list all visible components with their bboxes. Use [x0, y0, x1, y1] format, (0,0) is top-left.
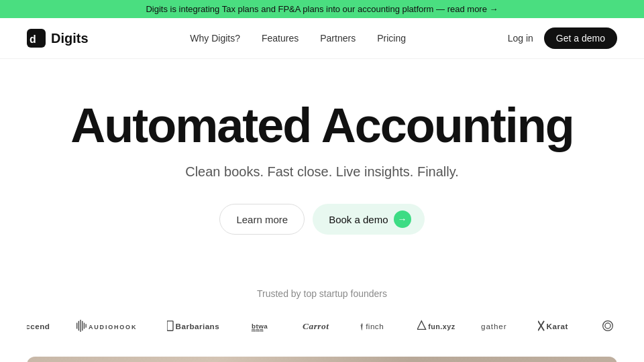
banner-text: Digits is integrating Tax plans and FP&A…	[146, 4, 498, 14]
navbar: d Digits Why Digits? Features Partners P…	[0, 18, 644, 59]
logo-btwa: btwa mmm	[239, 312, 291, 339]
book-demo-button[interactable]: Book a demo →	[313, 204, 424, 235]
digits-logo-icon: d	[27, 29, 46, 48]
svg-rect-11	[85, 324, 86, 327]
svg-point-25	[603, 321, 613, 331]
nav-pricing[interactable]: Pricing	[377, 33, 406, 44]
nav-why-digits[interactable]: Why Digits?	[190, 33, 240, 44]
svg-rect-6	[76, 323, 77, 329]
svg-text:Karat: Karat	[547, 322, 568, 330]
svg-text:d: d	[30, 34, 36, 45]
book-demo-arrow-icon: →	[394, 210, 411, 228]
svg-rect-10	[84, 323, 85, 329]
svg-text:𝖋 finch: 𝖋 finch	[360, 322, 384, 330]
logo-audiohook: AUDIOHOOK	[64, 312, 155, 339]
svg-rect-13	[167, 321, 173, 330]
trusted-label: Trusted by top startup founders	[27, 288, 617, 299]
logo-gather: gather	[469, 312, 527, 339]
logo-funxyz: fun.xyz	[405, 312, 469, 339]
hero-section: Automated Accounting Clean books. Fast c…	[0, 59, 644, 268]
logo-carrot: Carrot	[290, 312, 348, 339]
svg-text:AUDIOHOOK: AUDIOHOOK	[89, 324, 137, 330]
trusted-section: Trusted by top startup founders Accend A…	[0, 268, 644, 350]
hero-subtitle: Clean books. Fast close. Live insights. …	[27, 164, 617, 180]
hero-buttons: Learn more Book a demo →	[27, 204, 617, 235]
nav-features[interactable]: Features	[262, 33, 299, 44]
logo-text: Digits	[51, 31, 89, 46]
svg-marker-19	[417, 321, 426, 330]
logo-circle	[590, 312, 617, 339]
svg-text:Carrot: Carrot	[303, 321, 329, 331]
bottom-image	[27, 357, 617, 362]
logo-barbarians: Barbarians	[155, 312, 239, 339]
nav-actions: Log in Get a demo	[508, 27, 617, 49]
svg-point-26	[605, 323, 610, 328]
book-demo-label: Book a demo	[329, 214, 388, 225]
login-button[interactable]: Log in	[508, 33, 533, 44]
bottom-image-content	[27, 357, 617, 362]
learn-more-button[interactable]: Learn more	[219, 204, 305, 235]
logo-karat: Karat	[526, 312, 590, 339]
svg-text:gather: gather	[481, 322, 507, 330]
logos-row: Accend AUDIOHOOK Barbarians b	[27, 312, 617, 339]
svg-rect-8	[80, 320, 80, 332]
hero-title: Automated Accounting	[27, 99, 617, 152]
svg-text:mmm: mmm	[252, 328, 264, 332]
svg-text:Accend: Accend	[27, 322, 50, 330]
svg-text:Barbarians: Barbarians	[176, 322, 220, 330]
svg-text:fun.xyz: fun.xyz	[429, 322, 455, 330]
logo-accend: Accend	[27, 312, 64, 339]
nav-partners[interactable]: Partners	[320, 33, 356, 44]
announcement-banner[interactable]: Digits is integrating Tax plans and FP&A…	[0, 0, 644, 18]
logo-finch: 𝖋 finch	[348, 312, 406, 339]
svg-rect-9	[82, 321, 83, 330]
svg-rect-7	[78, 321, 79, 330]
logo[interactable]: d Digits	[27, 29, 89, 48]
get-demo-button[interactable]: Get a demo	[544, 27, 617, 49]
nav-links: Why Digits? Features Partners Pricing	[190, 33, 406, 44]
